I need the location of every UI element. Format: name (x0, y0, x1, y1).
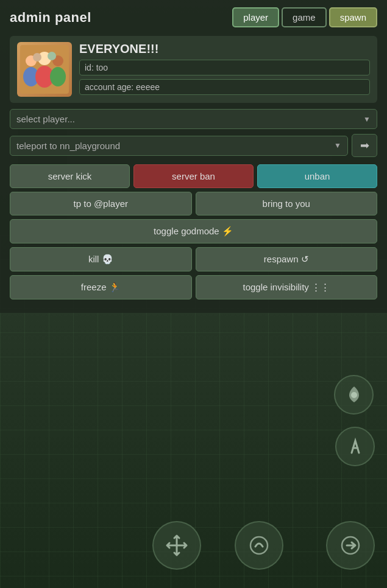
tab-group: player game spawn (232, 7, 377, 27)
svg-point-9 (351, 392, 357, 398)
player-card: EVERYONE!!! id: too account age: eeeee (10, 36, 377, 103)
special-button[interactable] (326, 521, 375, 570)
move-button[interactable] (152, 521, 201, 570)
freeze-button[interactable]: freeze 🏃 (10, 275, 192, 299)
teleport-go-icon: ➡ (360, 139, 369, 152)
interact-button[interactable] (334, 375, 374, 415)
id-label: id: (85, 63, 94, 72)
moderation-row: server kick server ban unban (10, 164, 377, 188)
dropdown-arrow-icon: ▼ (363, 115, 371, 124)
tab-player[interactable]: player (232, 7, 279, 27)
admin-panel: admin panel player game spawn (0, 0, 387, 313)
freeze-invisibility-row: freeze 🏃 toggle invisibility ⋮⋮ (10, 275, 377, 299)
kill-button[interactable]: kill 💀 (10, 247, 192, 271)
id-value: too (96, 63, 108, 72)
teleport-text: teleport to nn_playground (16, 141, 334, 151)
panel-title: admin panel (10, 10, 91, 26)
toggle-invisibility-button[interactable]: toggle invisibility ⋮⋮ (196, 275, 378, 299)
toggle-godmode-button[interactable]: toggle godmode ⚡ (10, 219, 377, 243)
avatar (17, 42, 72, 97)
action-button[interactable] (235, 521, 283, 570)
player-name: EVERYONE!!! (79, 42, 370, 56)
kill-respawn-row: kill 💀 respawn ↺ (10, 247, 377, 271)
teleport-go-button[interactable]: ➡ (352, 134, 377, 157)
player-id-field: id: too (79, 60, 370, 75)
teleport-row: teleport to nn_playground ▼ ➡ (10, 134, 377, 157)
teleport-dropdown-arrow-icon: ▼ (334, 141, 341, 150)
svg-point-6 (50, 67, 66, 86)
tp-player-button[interactable]: tp to @player (10, 192, 192, 215)
account-age-field: account age: eeeee (79, 79, 370, 95)
select-player-text: select player... (16, 114, 363, 124)
server-ban-button[interactable]: server ban (133, 164, 254, 188)
age-value: eeeee (136, 82, 160, 92)
unban-button[interactable]: unban (257, 164, 377, 188)
svg-point-10 (250, 537, 268, 554)
select-player-dropdown[interactable]: select player... ▼ (10, 109, 377, 129)
age-label: account age: (85, 82, 133, 92)
jump-button[interactable] (335, 427, 375, 466)
tab-game[interactable]: game (282, 7, 327, 27)
svg-point-7 (33, 53, 41, 61)
teleport-actions-row: tp to @player bring to you (10, 192, 377, 215)
player-info: EVERYONE!!! id: too account age: eeeee (79, 42, 370, 97)
teleport-dropdown[interactable]: teleport to nn_playground ▼ (10, 136, 348, 156)
respawn-button[interactable]: respawn ↺ (196, 247, 378, 271)
server-kick-button[interactable]: server kick (10, 164, 130, 188)
tab-spawn[interactable]: spawn (329, 7, 377, 27)
bring-to-you-button[interactable]: bring to you (196, 192, 378, 215)
top-bar: admin panel player game spawn (10, 7, 377, 27)
svg-point-8 (48, 52, 56, 60)
